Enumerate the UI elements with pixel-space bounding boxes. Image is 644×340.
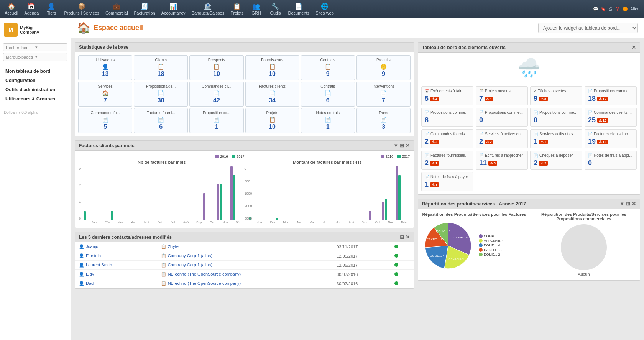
- card-value: 1: [534, 138, 537, 146]
- grid-icon[interactable]: ⊞: [400, 234, 404, 240]
- nav-documents[interactable]: 📄 Documents: [285, 0, 312, 17]
- dashboard-card[interactable]: 📄 Services actifs et ex... 1 1: [530, 129, 582, 148]
- contact-date: 30/07/2016: [333, 270, 391, 279]
- close-icon[interactable]: ✕: [406, 143, 410, 148]
- search-bar[interactable]: Rechercher ▾: [3, 43, 67, 51]
- contact-company-link[interactable]: 2Byte: [168, 244, 179, 249]
- chevron-down-icon: ▾: [35, 54, 65, 59]
- dashboard-card[interactable]: 📄 Factures fournisseur... 2 2: [421, 151, 473, 170]
- close-icon[interactable]: ✕: [632, 44, 636, 50]
- card-value: 0: [588, 159, 592, 167]
- nav-projets[interactable]: 📋 Projets: [227, 0, 246, 17]
- logo-icon: M: [4, 23, 18, 37]
- card-icon: 📅: [425, 89, 429, 93]
- nav-commercial[interactable]: 💼 Commercial: [102, 0, 131, 17]
- dashboard-card[interactable]: 📄 Commandes fournis... 2 2: [421, 129, 473, 148]
- card-title: Projets ouverts: [485, 89, 511, 93]
- contact-name-link[interactable]: Juanjo: [86, 244, 98, 249]
- card-value: 1: [425, 181, 429, 189]
- alert-badge: 2: [485, 140, 493, 144]
- contact-company-link[interactable]: Company Corp 1 (alias): [168, 253, 212, 258]
- stat-card[interactable]: Commandes fo... 📄 5: [78, 108, 132, 133]
- stat-card[interactable]: Notes de frais 📄 1: [301, 108, 355, 133]
- status-dot: [394, 245, 398, 248]
- stat-card[interactable]: Contrats 📄 6: [301, 82, 355, 107]
- dashboard-card[interactable]: 📄 Notes de frais à payer 1 1: [421, 172, 473, 191]
- sidebar-item-dashboard[interactable]: Mon tableau de bord: [0, 67, 71, 76]
- contact-company-link[interactable]: Company Corp 1 (alias): [168, 263, 212, 267]
- dashboard-card[interactable]: 📄 Commandes clients ... 25 23: [585, 108, 637, 127]
- bookmark-icon[interactable]: 🔖: [601, 7, 606, 11]
- nav-accueil[interactable]: 🏠 Accueil: [2, 0, 21, 17]
- card-value: 5: [425, 95, 429, 103]
- contact-company-link[interactable]: NLTechno (The OpenSource company): [168, 272, 241, 276]
- stat-card[interactable]: Fournisseurs 📋 10: [245, 55, 299, 80]
- grid-icon[interactable]: ⊞: [400, 143, 404, 148]
- card-title: Commandes fournis...: [430, 132, 468, 136]
- status-dot: [394, 272, 398, 276]
- print-icon[interactable]: 🖨: [608, 7, 613, 11]
- legend-item: COMP... 6: [479, 234, 503, 238]
- nav-grh[interactable]: 👥 GRH: [246, 0, 266, 17]
- stat-card[interactable]: Services 🏠 7: [78, 82, 132, 107]
- grid-icon[interactable]: ⊞: [626, 201, 630, 207]
- dashboard-card[interactable]: 📄 Écritures à rapprocher 11 8: [476, 151, 528, 170]
- nav-banques[interactable]: 🏦 Banques/Caisses: [189, 0, 228, 17]
- close-icon[interactable]: ✕: [632, 201, 636, 207]
- stat-card[interactable]: Interventions 📄 7: [356, 82, 411, 107]
- help-icon[interactable]: ❓: [615, 7, 620, 11]
- stat-card[interactable]: Utilisateurs 👤 13: [78, 55, 132, 80]
- dashboard-card[interactable]: 📄 Propositions comme... 0: [476, 108, 528, 127]
- add-widget-select[interactable]: Ajouter le widget au tableau de bord...: [538, 23, 638, 33]
- dashboard-card[interactable]: 📄 Notes de frais à appr... 0: [585, 151, 637, 170]
- dashboard-card[interactable]: 📄 Factures clients imp... 19 12: [585, 129, 637, 148]
- card-value: 0: [479, 116, 483, 124]
- contact-name-link[interactable]: Laurent Smith: [86, 263, 112, 267]
- nav-facturation[interactable]: 🧾 Facturation: [131, 0, 158, 17]
- legend-item: CAKEO... 3: [479, 248, 503, 252]
- stat-card[interactable]: Projets 📋 10: [245, 108, 299, 133]
- stat-card[interactable]: Proposition co... 📄 1: [189, 108, 243, 133]
- contact-name-link[interactable]: Dad: [86, 281, 94, 286]
- dashboard-card[interactable]: 📄 Propositions comme... 18 17: [585, 86, 637, 105]
- nav-produits[interactable]: 📦 Produits | Services: [61, 0, 102, 17]
- bookmarks-bar[interactable]: Marque-pages ▾: [3, 53, 67, 61]
- stat-card[interactable]: Commandes cli... 📄 42: [189, 82, 243, 107]
- stat-card[interactable]: Factures fourni... 📄 6: [134, 108, 188, 133]
- bar-2016: [369, 211, 371, 220]
- dashboard-card[interactable]: 📄 Propositions comme... 8: [421, 108, 473, 127]
- dashboard-card[interactable]: 📋 Projets ouverts 7 1: [476, 86, 528, 105]
- nav-tiers[interactable]: 👤 Tiers: [42, 0, 61, 17]
- filter-icon[interactable]: ▼: [393, 143, 398, 148]
- card-title: Notes de frais à appr...: [594, 153, 632, 158]
- dashboard-card[interactable]: 📅 Événements à faire 5 4: [421, 86, 473, 105]
- contact-name-link[interactable]: Einstein: [86, 253, 101, 258]
- stat-card[interactable]: Produits 🪙 9: [356, 55, 411, 80]
- sidebar-item-admin[interactable]: Outils d'administration: [0, 85, 71, 94]
- nav-accountancy[interactable]: 📊 Accountancy: [158, 0, 189, 17]
- sidebar-item-config[interactable]: Configuration: [0, 76, 71, 85]
- bar-group: [203, 193, 215, 220]
- sidebar-item-users[interactable]: Utilisateurs & Groupes: [0, 94, 71, 103]
- contact-name-link[interactable]: Eldy: [86, 272, 94, 276]
- stat-card[interactable]: Dons 📄 3: [356, 108, 411, 133]
- dashboard-card[interactable]: 📄 Services à activer en... 2 2: [476, 129, 528, 148]
- chat-icon[interactable]: 💬: [593, 7, 598, 11]
- stat-card[interactable]: Contacts 📋 9: [301, 55, 355, 80]
- filter-icon[interactable]: ▼: [619, 201, 624, 207]
- nav-agenda[interactable]: 📅 Agenda: [21, 0, 42, 17]
- close-icon[interactable]: ✕: [406, 234, 410, 240]
- dashboard-card[interactable]: 📄 Propositions comme... 0: [530, 108, 582, 127]
- dashboard-card[interactable]: 📄 Chèques à déposer 2 2: [530, 151, 582, 170]
- alert-badge: 8: [488, 161, 497, 166]
- dashboard-card[interactable]: ✓ Tâches ouvertes 9 3: [530, 86, 582, 105]
- contact-company-link[interactable]: NLTechno (The OpenSource company): [168, 281, 241, 286]
- nav-outils[interactable]: 🔧 Outils: [266, 0, 285, 17]
- stat-card[interactable]: Prospects 📋 10: [189, 55, 243, 80]
- stat-card[interactable]: Propositions/de... 📄 30: [134, 82, 188, 107]
- count-bars: [79, 167, 245, 220]
- bar-2017: [398, 175, 401, 220]
- nav-sitesweb[interactable]: 🌐 Sites web: [312, 0, 337, 17]
- stat-card[interactable]: Factures clients 📄 34: [245, 82, 299, 107]
- stat-card[interactable]: Clients 📋 18: [134, 55, 188, 80]
